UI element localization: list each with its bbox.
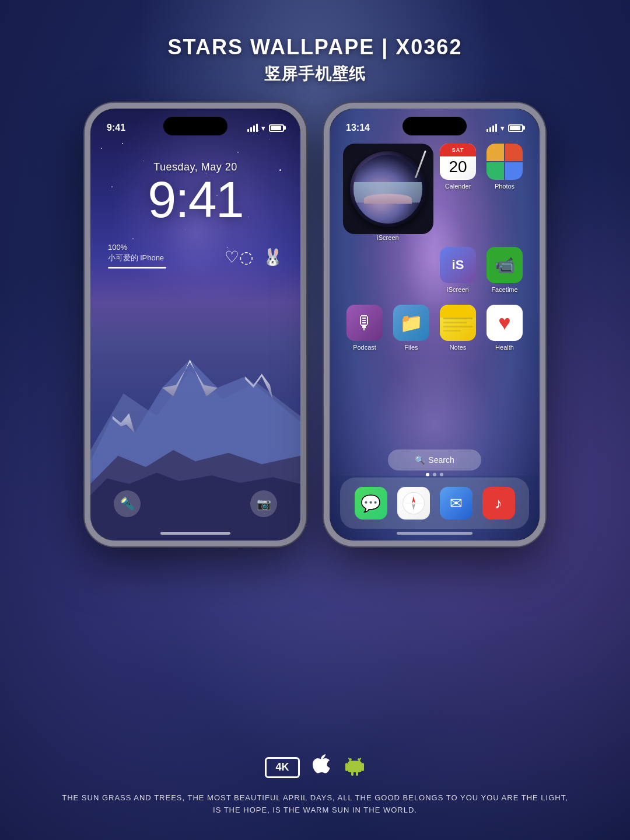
- app-icon-calendar[interactable]: SAT 20 Calender: [436, 144, 480, 241]
- calendar-icon[interactable]: SAT 20: [440, 144, 476, 180]
- wifi-icon-home: ▾: [501, 124, 505, 133]
- lock-time: 9:41: [90, 174, 300, 225]
- lock-device-name: 小可爱的 iPhone: [108, 253, 166, 263]
- dot-2: [433, 473, 436, 476]
- calendar-day: SAT: [452, 147, 464, 153]
- dock-messages[interactable]: 💬: [355, 487, 387, 520]
- lock-progress-bar: [108, 267, 166, 269]
- lock-screen-inner: 9:41 ▾ Tuesday, May 20 9:41: [90, 109, 300, 541]
- phones-container: 9:41 ▾ Tuesday, May 20 9:41: [0, 103, 630, 546]
- title-area: STARS WALLPAPE | X0362 竖屏手机壁纸: [0, 0, 630, 103]
- health-heart-icon: ♥: [498, 311, 510, 335]
- battery-icon-lock: [269, 124, 284, 132]
- lock-time-status: 9:41: [107, 123, 125, 133]
- notes-icon[interactable]: [440, 305, 476, 341]
- bunny-widget: 🐰: [262, 248, 283, 267]
- dock: 💬 ✉: [340, 477, 529, 529]
- camera-button[interactable]: 📷: [250, 490, 277, 517]
- app-label-health: Health: [495, 344, 514, 351]
- podcast-wave-icon: 🎙: [355, 312, 374, 334]
- bottom-section: 4K THE SUN GRASS AND TREES, THE MOST BEA…: [0, 754, 630, 817]
- camera-icon: 📷: [257, 497, 271, 511]
- svg-rect-20: [345, 763, 348, 771]
- music-widget[interactable]: [343, 144, 433, 234]
- files-icon[interactable]: 📁: [393, 305, 429, 341]
- title-main: STARS WALLPAPE | X0362: [0, 35, 630, 60]
- app-icon-photos[interactable]: Photos: [483, 144, 527, 241]
- lock-screen-phone: 9:41 ▾ Tuesday, May 20 9:41: [85, 103, 306, 546]
- app-label-photos: Photos: [495, 183, 514, 190]
- apple-logo-icon: [312, 754, 332, 780]
- battery-icon-home: [508, 124, 523, 132]
- app-icon-iscreen[interactable]: iS iScreen: [436, 247, 480, 293]
- flashlight-button[interactable]: 🔦: [114, 490, 141, 517]
- app-label-iscreen: iScreen: [447, 286, 468, 293]
- app-row-1: iScreen SAT 20 Calender: [341, 144, 528, 241]
- spacer: [343, 247, 433, 293]
- facetime-camera-icon: 📹: [495, 256, 515, 275]
- app-label-files: Files: [404, 344, 418, 351]
- music-note-icon: ♪: [495, 494, 502, 513]
- bottom-tagline: THE SUN GRASS AND TREES, THE MOST BEAUTI…: [0, 792, 630, 817]
- app-icon-files[interactable]: 📁 Files: [390, 305, 433, 351]
- home-time-status: 13:14: [346, 123, 370, 133]
- status-icons-home: ▾: [487, 124, 523, 133]
- iscreen-logo: iS: [452, 257, 464, 273]
- dynamic-island-home: [402, 117, 467, 135]
- home-indicator-home: [397, 532, 473, 535]
- lock-bottom-controls[interactable]: 🔦 📷: [90, 490, 300, 517]
- safari-compass-icon: [402, 492, 425, 515]
- app-icon-podcast[interactable]: 🎙 Podcast: [343, 305, 387, 351]
- search-bar[interactable]: 🔍 Search: [388, 449, 481, 470]
- search-label: Search: [428, 455, 454, 465]
- status-icons-lock: ▾: [247, 124, 284, 133]
- flashlight-icon: 🔦: [120, 497, 135, 511]
- signal-icon-home: [487, 124, 497, 132]
- dot-3: [440, 473, 443, 476]
- facetime-icon[interactable]: 📹: [487, 247, 523, 283]
- badges-row: 4K: [0, 754, 630, 780]
- photos-icon[interactable]: [487, 144, 523, 180]
- android-logo-icon: [344, 755, 365, 780]
- health-icon[interactable]: ♥: [487, 305, 523, 341]
- app-icon-health[interactable]: ♥ Health: [483, 305, 527, 351]
- lock-battery-pct: 100%: [108, 243, 166, 252]
- home-screen-phone: 13:14 ▾: [324, 103, 545, 546]
- photos-cell-green: [487, 162, 504, 180]
- calendar-num: 20: [449, 158, 467, 176]
- dock-safari[interactable]: [397, 487, 430, 520]
- dynamic-island-lock: [163, 117, 228, 135]
- page-dots: [426, 473, 443, 476]
- search-icon: 🔍: [415, 455, 425, 465]
- home-screen-inner: 13:14 ▾: [330, 109, 540, 541]
- home-indicator-lock: [160, 532, 230, 535]
- app-row-2: iS iScreen 📹 Facetime: [341, 247, 528, 293]
- badge-4k: 4K: [265, 757, 300, 778]
- wifi-icon: ▾: [261, 124, 265, 133]
- lock-device-info: 100% 小可爱的 iPhone: [108, 243, 166, 269]
- podcast-icon[interactable]: 🎙: [346, 305, 383, 341]
- files-folder-icon: 📁: [400, 312, 423, 334]
- mail-envelope-icon: ✉: [450, 494, 463, 513]
- app-label-notes: Notes: [450, 344, 467, 351]
- dock-music[interactable]: ♪: [482, 487, 515, 520]
- dot-1: [426, 473, 429, 476]
- signal-icon: [247, 124, 258, 132]
- svg-rect-21: [362, 763, 364, 771]
- photos-cell-red: [505, 144, 523, 161]
- app-icon-facetime[interactable]: 📹 Facetime: [483, 247, 527, 293]
- app-label-facetime: Facetime: [491, 286, 517, 293]
- messages-bubble-icon: 💬: [360, 494, 381, 513]
- title-sub: 竖屏手机壁纸: [0, 63, 630, 85]
- app-label-calendar: Calender: [445, 183, 471, 190]
- app-row-3: 🎙 Podcast 📁 Files: [341, 305, 528, 351]
- heart-widget: ♡◌: [225, 248, 253, 267]
- app-icon-notes[interactable]: Notes: [436, 305, 480, 351]
- photos-cell-blue: [505, 162, 523, 180]
- app-label-podcast: Podcast: [353, 344, 376, 351]
- lock-widgets: ♡◌ 🐰: [225, 248, 283, 267]
- dock-mail[interactable]: ✉: [440, 487, 473, 520]
- iscreen-icon[interactable]: iS: [440, 247, 476, 283]
- music-widget-wrapper[interactable]: iScreen: [343, 144, 433, 241]
- app-label-iscreen-widget: iScreen: [377, 234, 398, 241]
